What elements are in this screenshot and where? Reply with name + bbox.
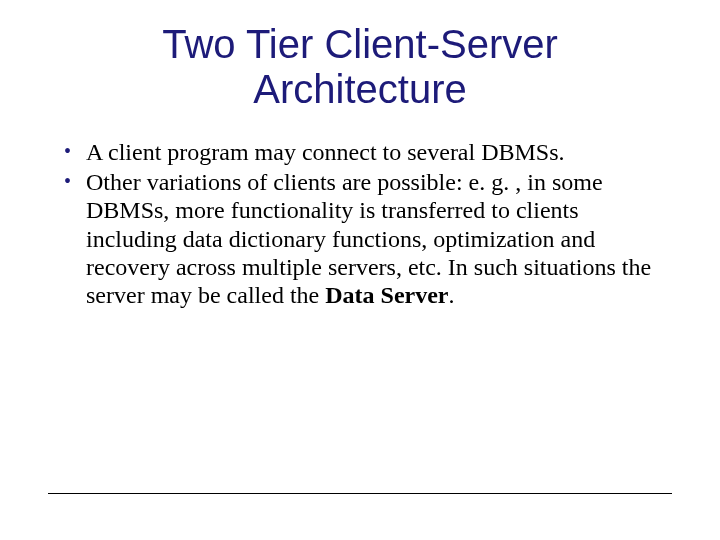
divider-line bbox=[48, 493, 672, 494]
list-item: A client program may connect to several … bbox=[60, 138, 672, 166]
bullet-text: A client program may connect to several … bbox=[86, 139, 565, 165]
slide-title: Two Tier Client-Server Architecture bbox=[48, 22, 672, 112]
bullet-suffix: . bbox=[449, 282, 455, 308]
slide: Two Tier Client-Server Architecture A cl… bbox=[0, 0, 720, 540]
bullet-strong: Data Server bbox=[325, 282, 448, 308]
bullet-list: A client program may connect to several … bbox=[48, 138, 672, 310]
list-item: Other variations of clients are possible… bbox=[60, 168, 672, 310]
